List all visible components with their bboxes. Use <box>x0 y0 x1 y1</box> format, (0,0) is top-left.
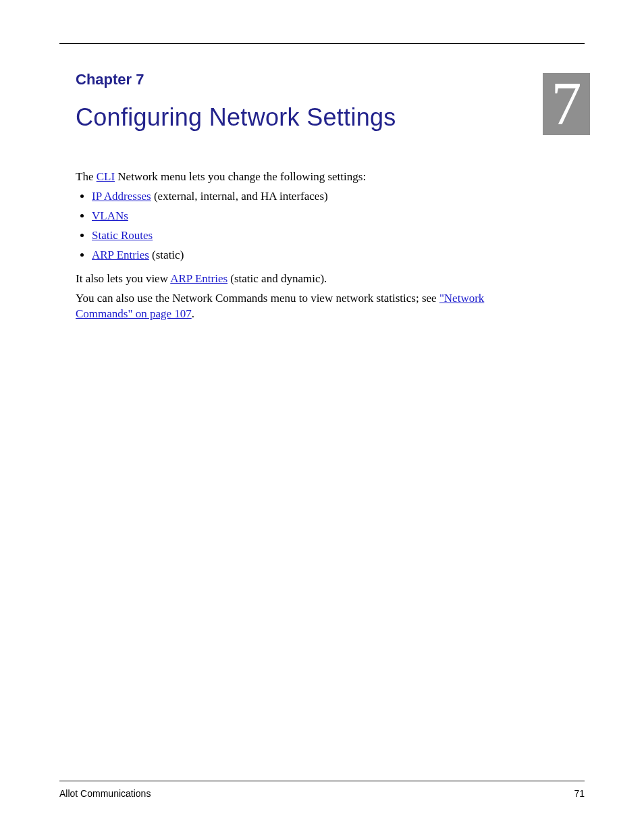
chapter-label: Chapter 7 <box>76 71 585 88</box>
page-footer: Allot Communications 71 <box>59 781 585 799</box>
followup-paragraph: You can also use the Network Commands me… <box>76 291 541 322</box>
toc-link-vlans[interactable]: VLANs <box>92 209 128 222</box>
toc-link-ip-addresses[interactable]: IP Addresses <box>92 190 151 203</box>
intro-link-cli[interactable]: CLI <box>97 170 115 183</box>
toc-tail: (external, internal, and HA interfaces) <box>151 190 328 203</box>
list-item: ARP Entries (static) <box>92 248 541 263</box>
footer-page-number: 71 <box>574 788 585 799</box>
intro-prefix: The <box>76 170 97 183</box>
followup-post: . <box>192 307 194 320</box>
footer-left: Allot Communications <box>59 788 151 799</box>
intro-suffix: Network menu lets you change the followi… <box>115 170 366 183</box>
settings-list: IP Addresses (external, internal, and HA… <box>76 189 541 263</box>
followup-pre: You can also use the Network Commands me… <box>76 292 439 305</box>
toc-tail: (static) <box>149 249 184 261</box>
followup-link-arp-entries[interactable]: ARP Entries <box>170 272 227 285</box>
intro-paragraph: The CLI Network menu lets you change the… <box>76 170 541 185</box>
list-item: VLANs <box>92 209 541 224</box>
followup-pre: It also lets you view <box>76 272 170 285</box>
followup-paragraph: It also lets you view ARP Entries (stati… <box>76 271 541 287</box>
toc-link-arp-entries[interactable]: ARP Entries <box>92 249 149 261</box>
chapter-number-badge: 7 <box>543 73 590 135</box>
chapter-title: Configuring Network Settings <box>76 103 585 132</box>
followup-post: (static and dynamic). <box>227 272 327 285</box>
list-item: IP Addresses (external, internal, and HA… <box>92 189 541 205</box>
list-item: Static Routes <box>92 228 541 244</box>
toc-link-static-routes[interactable]: Static Routes <box>92 229 153 242</box>
